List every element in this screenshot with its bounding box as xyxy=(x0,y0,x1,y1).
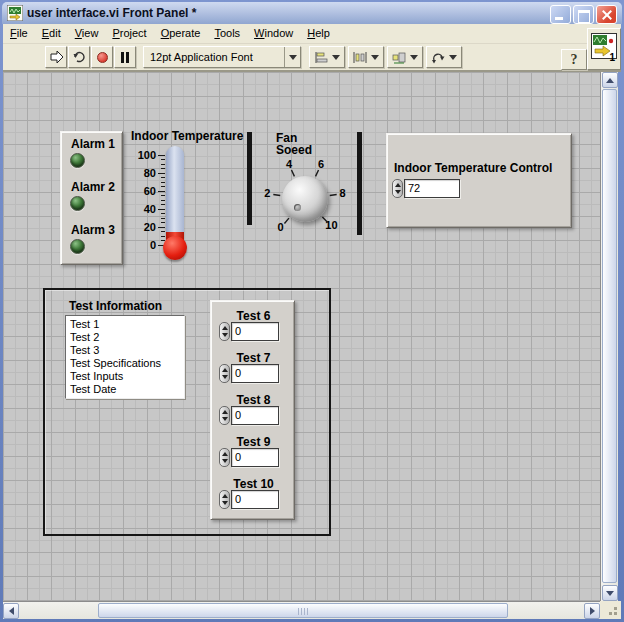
scroll-left-button[interactable] xyxy=(3,603,19,619)
scale-tick-label: 80 xyxy=(133,167,156,179)
vi-icon-pane[interactable]: 1 xyxy=(587,28,621,70)
test-information-title: Test Information xyxy=(69,299,162,313)
close-button[interactable] xyxy=(596,5,617,24)
scale-minor-tick xyxy=(161,168,165,169)
menu-item-edit[interactable]: Edit xyxy=(35,24,68,43)
chevron-down-icon xyxy=(410,55,418,60)
knob-tick-label: 0 xyxy=(271,221,291,233)
test-inner-panel: Test 60Test 70Test 80Test 90Test 100 xyxy=(210,300,295,520)
arrow-up-icon xyxy=(606,78,614,83)
front-panel-grid: Alarm 1Alamr 2Alarm 3 Indoor Temperature… xyxy=(3,72,600,601)
alarm-label: Alamr 2 xyxy=(71,180,115,194)
temp-control-field[interactable]: 72 xyxy=(404,179,460,198)
list-item[interactable]: Test Specifications xyxy=(70,357,184,370)
knob-tick-label: 6 xyxy=(311,158,331,170)
scale-major-tick xyxy=(158,191,165,192)
numeric-field[interactable]: 0 xyxy=(231,448,279,467)
list-item[interactable]: Test 1 xyxy=(70,318,184,331)
numeric-control: 0 xyxy=(219,364,279,383)
increment-decrement-spinner[interactable] xyxy=(219,322,230,341)
list-item[interactable]: Test Inputs xyxy=(70,370,184,383)
temp-control-label: Indoor Temperature Control xyxy=(394,161,552,175)
increment-decrement-spinner[interactable] xyxy=(219,364,230,383)
thermometer-label: Indoor Temperature xyxy=(131,129,243,143)
thermometer-tube xyxy=(166,146,184,240)
run-arrow-icon xyxy=(49,50,64,64)
menu-bar: FileEditViewProjectOperateToolsWindowHel… xyxy=(3,24,621,44)
pause-button[interactable] xyxy=(114,46,136,68)
scale-tick-label: 60 xyxy=(133,185,156,197)
numeric-field[interactable]: 0 xyxy=(231,322,279,341)
font-selector-dropdown[interactable]: 12pt Application Font xyxy=(143,46,301,68)
knob-label-line2: Soeed xyxy=(276,143,312,157)
menu-item-window[interactable]: Window xyxy=(247,24,300,43)
menu-item-tools[interactable]: Tools xyxy=(207,24,247,43)
list-item[interactable]: Test Date xyxy=(70,383,184,396)
distribute-objects-icon xyxy=(353,51,367,64)
increment-decrement-spinner[interactable] xyxy=(219,448,230,467)
arrow-left-icon xyxy=(9,607,14,615)
temp-control-panel: Indoor Temperature Control 72 xyxy=(386,133,572,228)
chevron-down-icon xyxy=(371,55,379,60)
scroll-down-button[interactable] xyxy=(602,585,618,601)
numeric-control: 0 xyxy=(219,406,279,425)
reorder-dropdown[interactable] xyxy=(426,46,462,68)
vertical-scrollbar-thumb[interactable] xyxy=(602,89,617,583)
scroll-right-button[interactable] xyxy=(584,603,600,619)
menu-item-view[interactable]: View xyxy=(68,24,106,43)
led-indicator[interactable] xyxy=(70,153,85,168)
indoor-temperature-thermometer[interactable]: 100806040200 xyxy=(133,144,191,264)
test-information-listbox[interactable]: Test 1Test 2Test 3Test SpecificationsTes… xyxy=(65,315,185,399)
scale-minor-tick xyxy=(161,195,165,196)
abort-button[interactable] xyxy=(91,46,113,68)
scale-major-tick xyxy=(158,173,165,174)
alarm-cluster: Alarm 1Alamr 2Alarm 3 xyxy=(60,131,123,265)
maximize-button[interactable] xyxy=(573,5,594,24)
test-information-frame: Test Information Test 1Test 2Test 3Test … xyxy=(43,288,331,536)
knob-tick-label: 10 xyxy=(321,219,341,231)
numeric-field[interactable]: 0 xyxy=(231,406,279,425)
scale-tick-label: 0 xyxy=(133,239,156,251)
horizontal-scrollbar-thumb[interactable] xyxy=(98,603,508,618)
led-indicator[interactable] xyxy=(70,239,85,254)
menu-item-project[interactable]: Project xyxy=(105,24,153,43)
vertical-scrollbar[interactable] xyxy=(600,72,618,601)
context-help-button[interactable]: ? xyxy=(561,49,587,70)
title-bar[interactable]: user interface.vi Front Panel * xyxy=(2,2,622,24)
run-button[interactable] xyxy=(45,46,67,68)
alarm-label: Alarm 1 xyxy=(71,137,115,151)
list-item[interactable]: Test 2 xyxy=(70,331,184,344)
menu-item-help[interactable]: Help xyxy=(300,24,337,43)
labview-vi-icon xyxy=(7,5,23,21)
menu-item-file[interactable]: File xyxy=(3,24,35,43)
align-objects-icon xyxy=(314,51,328,64)
numeric-field[interactable]: 0 xyxy=(231,364,279,383)
increment-decrement-spinner[interactable] xyxy=(219,406,230,425)
scroll-up-button[interactable] xyxy=(602,72,618,88)
list-item[interactable]: Test 3 xyxy=(70,344,184,357)
scale-minor-tick xyxy=(161,218,165,219)
scale-minor-tick xyxy=(161,204,165,205)
scale-minor-tick xyxy=(161,177,165,178)
window-resize-grip[interactable] xyxy=(600,601,621,619)
run-continuously-button[interactable] xyxy=(68,46,90,68)
knob-indicator-dimple xyxy=(294,204,301,211)
led-indicator[interactable] xyxy=(70,196,85,211)
menu-item-operate[interactable]: Operate xyxy=(154,24,208,43)
fan-speed-knob[interactable] xyxy=(282,176,328,222)
abort-icon xyxy=(97,52,108,63)
increment-decrement-spinner[interactable] xyxy=(219,490,230,509)
numeric-field[interactable]: 0 xyxy=(231,490,279,509)
distribute-objects-dropdown[interactable] xyxy=(348,46,384,68)
run-continuously-icon xyxy=(72,50,87,64)
increment-decrement-spinner[interactable] xyxy=(392,179,403,198)
minimize-button[interactable] xyxy=(550,5,571,24)
resize-objects-dropdown[interactable] xyxy=(387,46,423,68)
scale-minor-tick xyxy=(161,231,165,232)
chevron-down-icon[interactable] xyxy=(284,47,300,67)
knob-tick-label: 4 xyxy=(279,158,299,170)
horizontal-scrollbar[interactable] xyxy=(3,601,600,619)
resize-objects-icon xyxy=(392,51,406,64)
align-objects-dropdown[interactable] xyxy=(309,46,345,68)
toolbar: 12pt Application Font xyxy=(3,44,621,72)
